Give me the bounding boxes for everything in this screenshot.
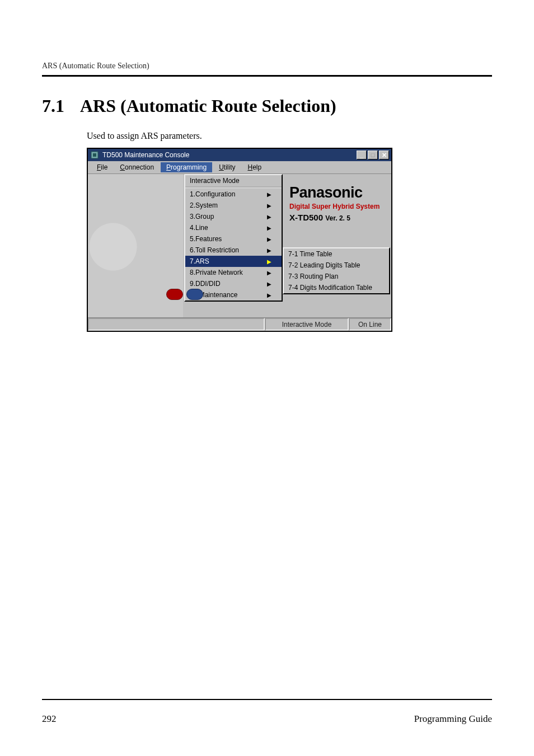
brand-name: Panasonic [289, 184, 380, 201]
menu-connection[interactable]: Connection [114, 162, 160, 172]
menu-file-rest: ile [101, 163, 107, 171]
menu-bar: File Connection Programming Utility Help [88, 161, 391, 174]
dd-label: Interactive Mode [190, 177, 240, 185]
window-titlebar: TD500 Maintenance Console _ □ ✕ [88, 149, 391, 161]
programming-menu: Interactive Mode 1.Configuration ▶ 2.Sys… [184, 174, 283, 302]
menu-interactive-mode[interactable]: Interactive Mode [185, 175, 282, 186]
dd-label: 7.ARS [190, 257, 209, 265]
submenu-arrow-icon: ▶ [267, 203, 271, 209]
page-number: 292 [42, 713, 57, 725]
client-area: Interactive Mode 1.Configuration ▶ 2.Sys… [88, 174, 391, 317]
minimize-button[interactable]: _ [357, 151, 367, 159]
intro-paragraph: Used to assign ARS parameters. [87, 131, 492, 141]
decor-pill-blue [186, 289, 203, 300]
decorative-graphic [88, 285, 391, 304]
submenu-arrow-icon: ▶ [267, 259, 271, 265]
menu-separator [185, 187, 282, 188]
dd-label: 2.System [190, 201, 218, 209]
menu-utility[interactable]: Utility [213, 162, 241, 172]
app-icon [90, 151, 99, 159]
brand-model: X-TD500 [289, 213, 323, 222]
menu-file[interactable]: File [91, 162, 113, 172]
submenu-routing-plan[interactable]: 7-3 Routing Plan [284, 271, 389, 282]
menu-programming[interactable]: Programming [161, 162, 212, 172]
menu-4-line[interactable]: 4.Line ▶ [185, 222, 282, 233]
brand-model-line: X-TD500 Ver. 2. 5 [289, 213, 380, 222]
status-bar: Interactive Mode On Line [88, 317, 391, 331]
header-rule [42, 75, 492, 77]
submenu-arrow-icon: ▶ [267, 270, 271, 276]
doc-title: Programming Guide [414, 713, 492, 725]
decor-pill-red [166, 289, 183, 300]
dd-label: 1.Configuration [190, 190, 235, 198]
maximize-button[interactable]: □ [368, 151, 378, 159]
footer-rule [42, 699, 492, 700]
status-connection: On Line [349, 318, 391, 331]
dd-label: 4.Line [190, 224, 208, 232]
page-footer: 292 Programming Guide [42, 713, 492, 725]
close-button[interactable]: ✕ [379, 151, 389, 159]
menu-6-toll-restriction[interactable]: 6.Toll Restriction ▶ [185, 245, 282, 256]
menu-3-group[interactable]: 3.Group ▶ [185, 211, 282, 222]
section-number: 7.1 [42, 96, 64, 116]
window-title: TD500 Maintenance Console [102, 151, 189, 159]
submenu-arrow-icon: ▶ [267, 191, 271, 198]
sub-label: 7-1 Time Table [288, 250, 332, 258]
menu-help[interactable]: Help [242, 162, 267, 172]
svg-rect-1 [93, 153, 96, 157]
submenu-arrow-icon: ▶ [267, 214, 271, 220]
running-header: ARS (Automatic Route Selection) [42, 62, 492, 71]
branding-panel: Panasonic Digital Super Hybrid System X-… [289, 184, 380, 222]
submenu-leading-digits-table[interactable]: 7-2 Leading Digits Table [284, 260, 389, 271]
submenu-time-table[interactable]: 7-1 Time Table [284, 248, 389, 260]
menu-8-private-network[interactable]: 8.Private Network ▶ [185, 267, 282, 278]
submenu-arrow-icon: ▶ [267, 225, 271, 231]
status-mode: Interactive Mode [265, 318, 349, 331]
menu-2-system[interactable]: 2.System ▶ [185, 200, 282, 211]
app-window: TD500 Maintenance Console _ □ ✕ File Con… [87, 148, 392, 332]
dd-label: 3.Group [190, 213, 214, 220]
menu-7-ars[interactable]: 7.ARS ▶ [185, 256, 282, 267]
status-main [88, 318, 265, 331]
dd-label: 5.Features [190, 235, 222, 243]
sub-label: 7-2 Leading Digits Table [288, 261, 360, 269]
dd-label: 8.Private Network [190, 269, 243, 276]
submenu-arrow-icon: ▶ [267, 247, 271, 253]
sub-label: 7-3 Routing Plan [288, 273, 338, 280]
submenu-arrow-icon: ▶ [267, 236, 271, 242]
dd-label: 6.Toll Restriction [190, 246, 239, 254]
section-title-text: ARS (Automatic Route Selection) [80, 96, 336, 116]
menu-5-features[interactable]: 5.Features ▶ [185, 233, 282, 245]
brand-tagline: Digital Super Hybrid System [289, 203, 380, 210]
brand-version: Ver. 2. 5 [325, 214, 350, 222]
menu-1-configuration[interactable]: 1.Configuration ▶ [185, 189, 282, 200]
section-heading: 7.1 ARS (Automatic Route Selection) [42, 96, 492, 116]
